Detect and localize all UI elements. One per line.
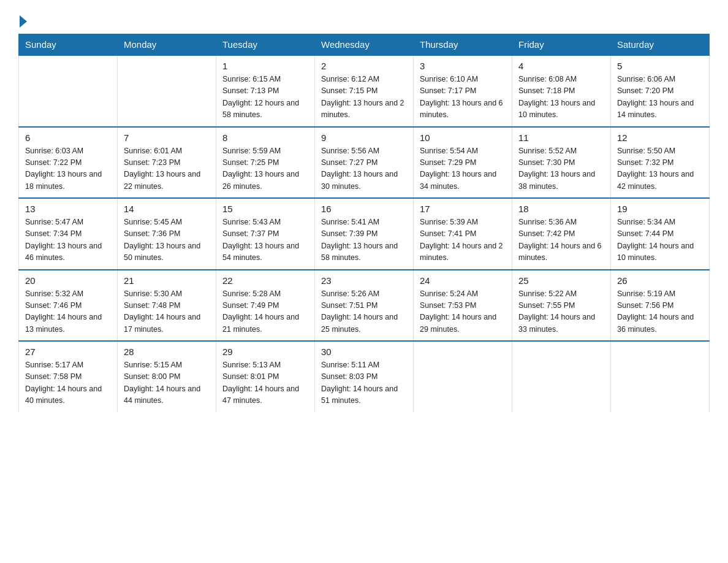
calendar-cell: 12Sunrise: 5:50 AMSunset: 7:32 PMDayligh… [611,127,710,199]
calendar-cell: 15Sunrise: 5:43 AMSunset: 7:37 PMDayligh… [216,198,315,270]
day-number: 26 [617,275,703,286]
calendar-cell: 1Sunrise: 6:15 AMSunset: 7:13 PMDaylight… [216,55,315,127]
calendar-cell [19,55,118,127]
day-number: 11 [518,132,604,143]
calendar-header-row: SundayMondayTuesdayWednesdayThursdayFrid… [19,34,710,56]
day-number: 25 [518,275,604,286]
weekday-header-saturday: Saturday [611,34,710,56]
day-info: Sunrise: 5:43 AMSunset: 7:37 PMDaylight:… [222,216,308,264]
day-number: 4 [518,61,604,71]
day-number: 8 [222,132,308,143]
day-info: Sunrise: 5:56 AMSunset: 7:27 PMDaylight:… [321,145,407,193]
day-number: 9 [321,132,407,143]
day-info: Sunrise: 6:08 AMSunset: 7:18 PMDaylight:… [518,74,604,121]
day-info: Sunrise: 5:50 AMSunset: 7:32 PMDaylight:… [617,145,703,193]
calendar-week-row: 27Sunrise: 5:17 AMSunset: 7:58 PMDayligh… [19,341,710,412]
day-info: Sunrise: 5:36 AMSunset: 7:42 PMDaylight:… [518,216,604,264]
day-number: 19 [617,204,703,214]
calendar-cell: 22Sunrise: 5:28 AMSunset: 7:49 PMDayligh… [216,270,315,342]
day-info: Sunrise: 5:32 AMSunset: 7:46 PMDaylight:… [25,288,111,336]
calendar-cell: 13Sunrise: 5:47 AMSunset: 7:34 PMDayligh… [19,198,118,270]
day-info: Sunrise: 5:45 AMSunset: 7:36 PMDaylight:… [124,216,210,264]
calendar-cell: 24Sunrise: 5:24 AMSunset: 7:53 PMDayligh… [414,270,512,342]
day-number: 23 [321,275,407,286]
calendar-cell: 18Sunrise: 5:36 AMSunset: 7:42 PMDayligh… [512,198,611,270]
day-info: Sunrise: 6:01 AMSunset: 7:23 PMDaylight:… [124,145,210,193]
day-number: 30 [321,347,407,357]
day-info: Sunrise: 5:15 AMSunset: 8:00 PMDaylight:… [124,359,210,407]
day-number: 14 [124,204,210,214]
day-number: 21 [124,275,210,286]
calendar-cell: 11Sunrise: 5:52 AMSunset: 7:30 PMDayligh… [512,127,611,199]
weekday-header-wednesday: Wednesday [315,34,414,56]
calendar-cell [512,341,611,412]
calendar-cell: 28Sunrise: 5:15 AMSunset: 8:00 PMDayligh… [118,341,216,412]
calendar-cell: 30Sunrise: 5:11 AMSunset: 8:03 PMDayligh… [315,341,414,412]
day-number: 5 [617,61,703,71]
day-info: Sunrise: 5:22 AMSunset: 7:55 PMDaylight:… [518,288,604,336]
day-info: Sunrise: 5:54 AMSunset: 7:29 PMDaylight:… [420,145,506,193]
calendar-cell: 27Sunrise: 5:17 AMSunset: 7:58 PMDayligh… [19,341,118,412]
day-info: Sunrise: 5:30 AMSunset: 7:48 PMDaylight:… [124,288,210,336]
calendar-table: SundayMondayTuesdayWednesdayThursdayFrid… [18,34,710,412]
logo [18,12,27,28]
calendar-cell: 26Sunrise: 5:19 AMSunset: 7:56 PMDayligh… [611,270,710,342]
day-number: 1 [222,61,308,71]
calendar-cell: 9Sunrise: 5:56 AMSunset: 7:27 PMDaylight… [315,127,414,199]
day-number: 27 [25,347,111,357]
calendar-week-row: 6Sunrise: 6:03 AMSunset: 7:22 PMDaylight… [19,127,710,199]
day-number: 13 [25,204,111,214]
weekday-header-friday: Friday [512,34,611,56]
day-info: Sunrise: 5:26 AMSunset: 7:51 PMDaylight:… [321,288,407,336]
calendar-cell: 6Sunrise: 6:03 AMSunset: 7:22 PMDaylight… [19,127,118,199]
calendar-cell: 14Sunrise: 5:45 AMSunset: 7:36 PMDayligh… [118,198,216,270]
day-info: Sunrise: 5:47 AMSunset: 7:34 PMDaylight:… [25,216,111,264]
day-number: 24 [420,275,506,286]
day-info: Sunrise: 5:17 AMSunset: 7:58 PMDaylight:… [25,359,111,407]
day-info: Sunrise: 6:03 AMSunset: 7:22 PMDaylight:… [25,145,111,193]
calendar-cell: 29Sunrise: 5:13 AMSunset: 8:01 PMDayligh… [216,341,315,412]
day-info: Sunrise: 6:10 AMSunset: 7:17 PMDaylight:… [420,74,506,121]
day-info: Sunrise: 6:15 AMSunset: 7:13 PMDaylight:… [222,74,308,121]
calendar-cell: 17Sunrise: 5:39 AMSunset: 7:41 PMDayligh… [414,198,512,270]
weekday-header-thursday: Thursday [414,34,512,56]
day-number: 22 [222,275,308,286]
calendar-cell: 19Sunrise: 5:34 AMSunset: 7:44 PMDayligh… [611,198,710,270]
day-info: Sunrise: 5:59 AMSunset: 7:25 PMDaylight:… [222,145,308,193]
calendar-cell: 10Sunrise: 5:54 AMSunset: 7:29 PMDayligh… [414,127,512,199]
day-number: 3 [420,61,506,71]
day-number: 15 [222,204,308,214]
calendar-week-row: 13Sunrise: 5:47 AMSunset: 7:34 PMDayligh… [19,198,710,270]
day-info: Sunrise: 5:41 AMSunset: 7:39 PMDaylight:… [321,216,407,264]
calendar-cell: 23Sunrise: 5:26 AMSunset: 7:51 PMDayligh… [315,270,414,342]
page-header [18,12,710,28]
calendar-cell: 5Sunrise: 6:06 AMSunset: 7:20 PMDaylight… [611,55,710,127]
calendar-cell [414,341,512,412]
day-number: 7 [124,132,210,143]
weekday-header-tuesday: Tuesday [216,34,315,56]
calendar-cell: 16Sunrise: 5:41 AMSunset: 7:39 PMDayligh… [315,198,414,270]
calendar-cell [118,55,216,127]
calendar-cell: 2Sunrise: 6:12 AMSunset: 7:15 PMDaylight… [315,55,414,127]
day-info: Sunrise: 5:19 AMSunset: 7:56 PMDaylight:… [617,288,703,336]
day-info: Sunrise: 6:06 AMSunset: 7:20 PMDaylight:… [617,74,703,121]
weekday-header-monday: Monday [118,34,216,56]
calendar-cell: 20Sunrise: 5:32 AMSunset: 7:46 PMDayligh… [19,270,118,342]
day-info: Sunrise: 5:11 AMSunset: 8:03 PMDaylight:… [321,359,407,407]
day-number: 2 [321,61,407,71]
day-number: 12 [617,132,703,143]
calendar-cell: 21Sunrise: 5:30 AMSunset: 7:48 PMDayligh… [118,270,216,342]
day-info: Sunrise: 5:39 AMSunset: 7:41 PMDaylight:… [420,216,506,264]
day-number: 28 [124,347,210,357]
day-info: Sunrise: 5:52 AMSunset: 7:30 PMDaylight:… [518,145,604,193]
day-info: Sunrise: 6:12 AMSunset: 7:15 PMDaylight:… [321,74,407,121]
day-info: Sunrise: 5:28 AMSunset: 7:49 PMDaylight:… [222,288,308,336]
day-number: 17 [420,204,506,214]
calendar-cell: 3Sunrise: 6:10 AMSunset: 7:17 PMDaylight… [414,55,512,127]
calendar-cell: 4Sunrise: 6:08 AMSunset: 7:18 PMDaylight… [512,55,611,127]
day-info: Sunrise: 5:34 AMSunset: 7:44 PMDaylight:… [617,216,703,264]
day-number: 18 [518,204,604,214]
day-number: 16 [321,204,407,214]
logo-triangle-icon [20,15,27,28]
calendar-cell: 8Sunrise: 5:59 AMSunset: 7:25 PMDaylight… [216,127,315,199]
